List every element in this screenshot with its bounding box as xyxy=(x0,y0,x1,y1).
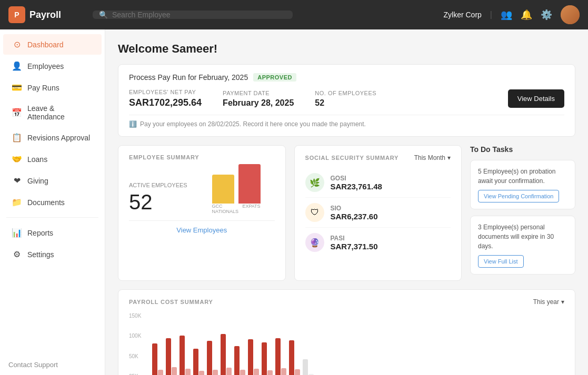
gosi-row: 🌿 GOSI SAR23,761.48 xyxy=(305,168,451,198)
bar-groups xyxy=(152,334,564,375)
logo-icon: P xyxy=(8,6,25,23)
bar-group-8 xyxy=(248,339,259,375)
payroll-cost-card: PAYROLL COST SUMMARY This year ▾ 150K 10… xyxy=(118,289,575,375)
bar-light-11 xyxy=(295,369,300,375)
bar-dark-3 xyxy=(180,336,185,375)
sio-info: SIO SAR6,237.60 xyxy=(331,205,451,221)
gcc-label: GCC NATIONALS xyxy=(212,204,243,214)
payrun-note-text: Pay your employees on 28/02/2025. Record… xyxy=(140,120,366,128)
social-security-header: SOCIAL SECURITY SUMMARY This Month ▾ xyxy=(305,154,451,161)
sidebar-item-employees[interactable]: 👤 Employees xyxy=(3,56,102,76)
app-logo: P Payroll xyxy=(8,6,82,23)
pasi-icon: 🔮 xyxy=(305,233,324,252)
filter-label: This Month xyxy=(414,154,445,161)
sidebar-item-loans[interactable]: 🤝 Loans xyxy=(3,149,102,169)
bar-light-1 xyxy=(158,370,163,375)
payment-date-value: February 28, 2025 xyxy=(223,98,294,108)
bar-dark-10 xyxy=(275,338,281,375)
sidebar-label-settings: Settings xyxy=(27,250,54,259)
payment-date-label: PAYMENT DATE xyxy=(223,90,294,96)
active-employees-label: ACTIVE EMPLOYEES xyxy=(129,182,187,188)
todo-text-documents: 3 Employee(s) personal documents will ex… xyxy=(478,222,567,251)
dashboard-icon: ⊙ xyxy=(12,39,22,49)
gosi-info: GOSI SAR23,761.48 xyxy=(331,175,451,191)
sidebar-item-giving[interactable]: ❤ Giving xyxy=(3,170,102,191)
sidebar-item-revisions-approval[interactable]: 📋 Revisions Approval xyxy=(3,127,102,148)
view-pending-confirmation-button[interactable]: View Pending Confirmation xyxy=(478,190,559,202)
todo-card-probation: 5 Employee(s) on probation await your co… xyxy=(470,160,575,209)
sio-icon: 🛡 xyxy=(305,203,324,222)
employees-icon: 👤 xyxy=(12,61,22,71)
sidebar-label-leave: Leave & Attendance xyxy=(27,104,93,121)
y-label-100k: 100K xyxy=(129,333,141,339)
sidebar-item-pay-runs[interactable]: 💳 Pay Runs xyxy=(3,77,102,98)
topnav-right: Zylker Corp | 👥 🔔 ⚙️ xyxy=(443,5,580,24)
company-name[interactable]: Zylker Corp xyxy=(443,11,481,19)
team-icon[interactable]: 👥 xyxy=(501,9,512,21)
contact-support[interactable]: Contact Support xyxy=(0,354,105,375)
bar-light-2 xyxy=(172,367,177,375)
sidebar-label-documents: Documents xyxy=(27,198,65,207)
payrun-header: Process Pay Run for February, 2025 APPRO… xyxy=(129,73,564,82)
sidebar: ⊙ Dashboard 👤 Employees 💳 Pay Runs 📅 Lea… xyxy=(0,29,105,375)
bar-light-4 xyxy=(199,371,204,375)
gosi-icon: 🌿 xyxy=(305,173,324,192)
net-pay-field: EMPLOYEES' NET PAY SAR1702,295.64 xyxy=(129,89,202,108)
employee-summary-body: ACTIVE EMPLOYEES 52 GCC NATI xyxy=(129,167,275,214)
sidebar-divider xyxy=(6,217,98,218)
bell-icon[interactable]: 🔔 xyxy=(521,9,532,21)
y-axis: 150K 100K 50K 25K xyxy=(129,312,141,375)
pasi-row: 🔮 PASI SAR7,371.50 xyxy=(305,228,451,257)
net-pay-label: EMPLOYEES' NET PAY xyxy=(129,89,202,95)
bar-light-6 xyxy=(226,368,232,375)
sidebar-label-dashboard: Dashboard xyxy=(27,40,64,49)
view-employees-link[interactable]: View Employees xyxy=(129,220,275,234)
bar-dark-6 xyxy=(221,334,226,375)
chevron-down-icon: ▾ xyxy=(447,154,451,161)
sidebar-item-documents[interactable]: 📁 Documents xyxy=(3,192,102,212)
settings-icon[interactable]: ⚙️ xyxy=(541,9,552,21)
todo-text-probation: 5 Employee(s) on probation await your co… xyxy=(478,167,567,186)
sidebar-item-reports[interactable]: 📊 Reports xyxy=(3,222,102,243)
bar-chart: GCC NATIONALS EXPATS xyxy=(212,167,261,214)
documents-icon: 📁 xyxy=(12,197,22,207)
payroll-cost-filter[interactable]: This year ▾ xyxy=(533,298,564,306)
sidebar-item-leave-attendance[interactable]: 📅 Leave & Attendance xyxy=(3,99,102,126)
sidebar-label-loans: Loans xyxy=(27,155,47,164)
search-input[interactable] xyxy=(112,11,286,19)
bar-light-5 xyxy=(213,370,218,375)
topnav: P Payroll 🔍 Zylker Corp | 👥 🔔 ⚙️ xyxy=(0,0,588,29)
sidebar-label-revisions: Revisions Approval xyxy=(27,134,90,142)
sidebar-item-dashboard[interactable]: ⊙ Dashboard xyxy=(3,34,102,55)
avatar[interactable] xyxy=(561,5,580,24)
expat-bar xyxy=(238,164,261,204)
payment-date-field: PAYMENT DATE February 28, 2025 xyxy=(223,90,294,108)
settings-icon: ⚙ xyxy=(12,249,22,259)
filter-label: This year xyxy=(533,298,559,306)
payrun-details: EMPLOYEES' NET PAY SAR1702,295.64 PAYMEN… xyxy=(129,89,564,108)
num-employees-value: 52 xyxy=(315,98,376,108)
payrun-note: ℹ️ Pay your employees on 28/02/2025. Rec… xyxy=(129,115,564,128)
view-full-list-button[interactable]: View Full List xyxy=(478,255,524,268)
approved-badge: APPROVED xyxy=(253,73,296,82)
page-title: Welcome Sameer! xyxy=(118,42,575,56)
avatar-image xyxy=(561,5,580,24)
bar-group-3 xyxy=(180,336,191,375)
view-details-button[interactable]: View Details xyxy=(508,89,564,108)
bar-chart-container: GCC NATIONALS EXPATS xyxy=(198,167,275,214)
expat-label: EXPATS xyxy=(242,204,260,214)
todo-card-documents: 3 Employee(s) personal documents will ex… xyxy=(470,216,575,275)
search-bar[interactable]: 🔍 xyxy=(93,11,293,19)
chevron-down-icon: ▾ xyxy=(561,298,564,306)
bar-dark-9 xyxy=(262,342,267,375)
leave-icon: 📅 xyxy=(12,108,22,118)
info-icon: ℹ️ xyxy=(129,120,137,128)
bar-light-7 xyxy=(240,370,245,375)
bar-gray-12 xyxy=(303,359,308,375)
social-security-filter[interactable]: This Month ▾ xyxy=(414,154,451,161)
pasi-info: PASI SAR7,371.50 xyxy=(331,235,451,251)
employee-summary-card: EMPLOYEE SUMMARY ACTIVE EMPLOYEES 52 xyxy=(118,145,286,281)
social-security-title: SOCIAL SECURITY SUMMARY xyxy=(305,155,399,161)
sidebar-item-settings[interactable]: ⚙ Settings xyxy=(3,244,102,265)
payroll-cost-chart: 150K 100K 50K 25K xyxy=(129,312,564,375)
